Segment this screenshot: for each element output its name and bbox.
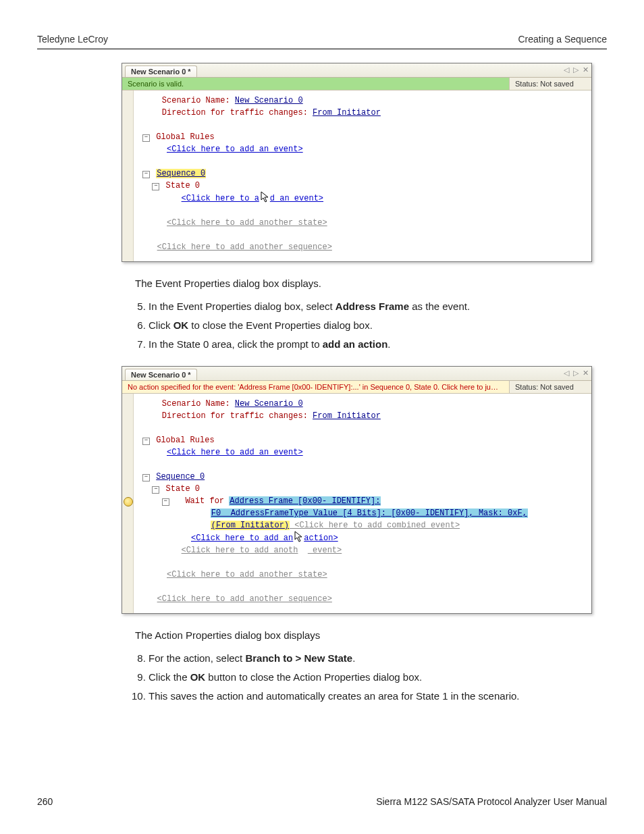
status-save: Status: Not saved bbox=[510, 78, 591, 90]
close-icon[interactable]: ✕ bbox=[583, 65, 589, 74]
prev-icon[interactable]: ◁ bbox=[564, 368, 569, 377]
tab-scenario[interactable]: New Scenario 0 * bbox=[125, 369, 197, 380]
step-8: For the action, select Branch to > New S… bbox=[149, 650, 587, 667]
add-another-event-link[interactable]: <Click here to add anoth bbox=[182, 546, 298, 555]
add-state-link[interactable]: <Click here to add another state> bbox=[167, 218, 327, 228]
step-5: In the Event Properties dialog box, sele… bbox=[149, 298, 587, 315]
label-scenario-name: Scenario Name: bbox=[162, 96, 235, 105]
close-icon[interactable]: ✕ bbox=[583, 368, 589, 377]
wait-for: Wait for bbox=[185, 496, 229, 506]
f0-line: F0 AddressFrameType Value [4 Bits]: [0x0… bbox=[211, 509, 528, 518]
step-10: This saves the action and automatically … bbox=[149, 688, 587, 704]
screenshot-2: New Scenario 0 * ◁ ▷ ✕ No action specifi… bbox=[122, 366, 592, 614]
from-initiator[interactable]: (From Initiator) bbox=[211, 521, 290, 530]
header-left: Teledyne LeCroy bbox=[37, 34, 108, 45]
direction-link[interactable]: From Initiator bbox=[313, 411, 381, 421]
collapse-icon[interactable]: − bbox=[142, 438, 150, 445]
collapse-icon[interactable]: − bbox=[142, 134, 150, 142]
add-event-state0-link[interactable]: <Click here to a bbox=[182, 194, 259, 203]
step-9: Click the OK button to close the Action … bbox=[149, 669, 587, 685]
step-6: Click OK to close the Event Properties d… bbox=[149, 317, 587, 334]
steps-list-1: In the Event Properties dialog box, sele… bbox=[135, 298, 587, 353]
scenario-name-link[interactable]: New Scenario 0 bbox=[235, 399, 303, 409]
add-event-link[interactable]: <Click here to add an event> bbox=[167, 145, 303, 154]
direction-link[interactable]: From Initiator bbox=[313, 108, 381, 118]
prev-icon[interactable]: ◁ bbox=[564, 65, 569, 74]
add-action-link[interactable]: <Click here to add an bbox=[191, 533, 293, 543]
label-scenario-name: Scenario Name: bbox=[162, 399, 235, 409]
add-combined-event-link[interactable]: <Click here to add combined event> bbox=[290, 521, 460, 530]
paragraph-2: The Action Properties dialog box display… bbox=[135, 627, 587, 644]
status-message: Scenario is valid. bbox=[122, 78, 510, 90]
warning-icon bbox=[124, 497, 133, 506]
next-icon[interactable]: ▷ bbox=[573, 368, 579, 377]
scenario-name-link[interactable]: New Scenario 0 bbox=[235, 96, 303, 105]
manual-title: Sierra M122 SAS/SATA Protocol Analyzer U… bbox=[376, 796, 607, 807]
step-7: In the State 0 area, click the prompt to… bbox=[149, 336, 587, 353]
page-number: 260 bbox=[37, 796, 53, 807]
cursor-icon bbox=[294, 531, 303, 542]
sequence-0[interactable]: Sequence 0 bbox=[156, 169, 206, 178]
collapse-icon[interactable]: − bbox=[142, 474, 150, 481]
label-direction: Direction for traffic changes: bbox=[162, 411, 313, 421]
state-0: State 0 bbox=[166, 484, 200, 494]
address-frame[interactable]: Address Frame [0x00- IDENTIFY]: bbox=[229, 496, 381, 506]
screenshot-1: New Scenario 0 * ◁ ▷ ✕ Scenario is valid… bbox=[122, 63, 592, 262]
collapse-icon[interactable]: − bbox=[142, 171, 150, 178]
paragraph-1: The Event Properties dialog box displays… bbox=[135, 276, 587, 292]
cursor-icon bbox=[260, 192, 269, 203]
status-message[interactable]: No action specified for the event: 'Addr… bbox=[122, 381, 510, 393]
add-sequence-link[interactable]: <Click here to add another sequence> bbox=[157, 242, 332, 252]
add-sequence-link[interactable]: <Click here to add another sequence> bbox=[157, 594, 332, 604]
tab-scenario[interactable]: New Scenario 0 * bbox=[125, 66, 197, 77]
collapse-icon[interactable]: − bbox=[152, 183, 159, 190]
sequence-0[interactable]: Sequence 0 bbox=[156, 472, 205, 481]
global-rules: Global Rules bbox=[156, 132, 214, 142]
next-icon[interactable]: ▷ bbox=[573, 65, 579, 74]
add-event-link[interactable]: <Click here to add an event> bbox=[167, 448, 303, 457]
collapse-icon[interactable]: − bbox=[152, 486, 159, 494]
collapse-icon[interactable]: − bbox=[162, 498, 169, 506]
steps-list-2: For the action, select Branch to > New S… bbox=[135, 650, 587, 704]
status-save: Status: Not saved bbox=[510, 381, 591, 393]
state-0: State 0 bbox=[166, 181, 200, 190]
global-rules: Global Rules bbox=[156, 436, 214, 445]
label-direction: Direction for traffic changes: bbox=[162, 108, 313, 118]
header-right: Creating a Sequence bbox=[518, 34, 607, 45]
add-state-link[interactable]: <Click here to add another state> bbox=[167, 570, 327, 579]
